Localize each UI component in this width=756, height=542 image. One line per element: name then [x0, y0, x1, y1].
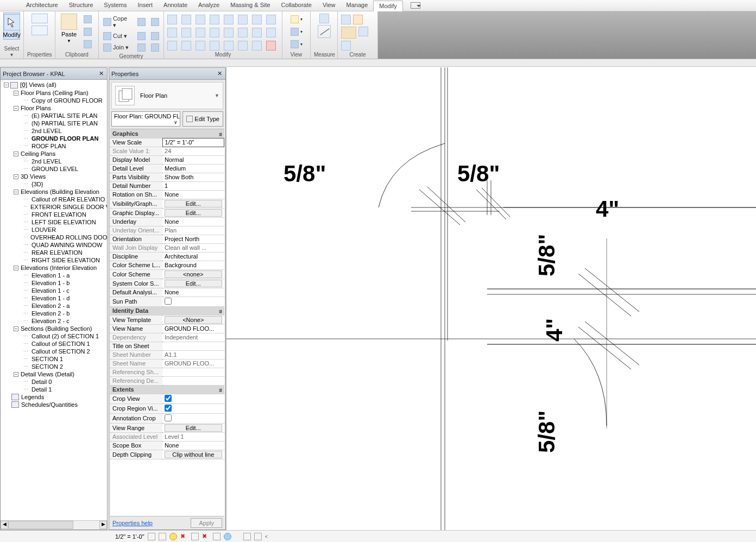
tree-node[interactable]: ⋯Detail 1	[1, 386, 107, 393]
edit-button[interactable]: Edit...	[165, 200, 222, 207]
apply-button[interactable]: Apply	[191, 518, 222, 528]
modify-icon[interactable]	[252, 41, 262, 51]
modify-icon[interactable]	[181, 41, 191, 51]
modify-icon[interactable]	[167, 41, 177, 51]
checkbox[interactable]	[165, 405, 172, 412]
menu-tab-view[interactable]: View	[317, 0, 341, 11]
edit-button[interactable]: Clip without line	[165, 451, 222, 458]
properties-help-link[interactable]: Properties help	[112, 520, 153, 526]
prop-value[interactable]	[162, 404, 224, 413]
prop-value[interactable]	[162, 297, 224, 306]
tree-node[interactable]: Legends	[1, 393, 107, 401]
tree-node[interactable]: ⋯Elevation 2 - c	[1, 317, 107, 325]
group-select[interactable]: Select ▾	[3, 45, 20, 59]
create-icon[interactable]	[353, 15, 363, 24]
tree-node[interactable]: ⋯Detail 0	[1, 378, 107, 386]
prop-value[interactable]: Clip without line	[162, 450, 224, 459]
match-icon[interactable]	[83, 40, 93, 49]
tree-node[interactable]: ⋯REAR ELEVATION	[1, 249, 107, 256]
view-icon-1[interactable]: ▾	[289, 15, 304, 24]
status-icon[interactable]: ✖	[202, 533, 210, 540]
tree-node[interactable]: ⋯Callout of SECTION 2	[1, 348, 107, 355]
modify-icon[interactable]	[238, 28, 248, 37]
prop-value[interactable]: Edit...	[162, 279, 224, 288]
prop-value[interactable]: Plan	[162, 226, 224, 235]
category-header[interactable]: Extentsⲷ	[110, 385, 224, 394]
prop-value[interactable]: Edit...	[162, 208, 224, 217]
copy-icon[interactable]	[83, 27, 93, 36]
tree-node[interactable]: ⋯(E) PARTIAL SITE PLAN	[1, 112, 107, 119]
modify-icon[interactable]	[210, 28, 219, 37]
tree-node[interactable]: Schedules/Quantities	[1, 401, 107, 408]
modify-icon[interactable]	[224, 28, 234, 37]
tree-node[interactable]: ⋯Callout (2) of SECTION 1	[1, 332, 107, 340]
tree-node[interactable]: ⋯Elevation 1 - c	[1, 287, 107, 294]
close-icon[interactable]: ✕	[97, 70, 105, 77]
prop-value[interactable]	[162, 342, 224, 350]
prop-value[interactable]: GROUND FLOO...	[162, 359, 224, 368]
status-icon[interactable]	[191, 533, 199, 540]
modify-icon[interactable]	[238, 41, 248, 51]
modify-icon[interactable]	[238, 15, 248, 24]
prop-value[interactable]	[162, 138, 224, 147]
prop-value[interactable]: Level 1	[162, 432, 224, 441]
modify-icon[interactable]	[181, 28, 191, 37]
prop-value[interactable]: Project North	[162, 235, 224, 243]
view-icon-2[interactable]: ▾	[289, 27, 304, 36]
geom-icon-6[interactable]	[150, 43, 160, 52]
menu-tab-collaborate[interactable]: Collaborate	[276, 0, 317, 11]
prop-value[interactable]	[162, 376, 224, 385]
expand-icon[interactable]: −	[4, 83, 9, 87]
tree-node[interactable]: ⋯(N) PARTIAL SITE PLAN	[1, 119, 107, 127]
modify-icon[interactable]	[210, 15, 219, 24]
geom-icon-1[interactable]	[136, 15, 147, 29]
create-icon[interactable]	[341, 15, 351, 24]
cope-button[interactable]: Cope ▾	[102, 15, 133, 29]
checkbox[interactable]	[165, 298, 172, 305]
prop-value[interactable]: Edit...	[162, 423, 224, 432]
tree-node[interactable]: ⋯QUAD AWNING WINDOW	[1, 241, 107, 249]
expand-icon[interactable]: −	[14, 91, 18, 96]
edit-button[interactable]: <none>	[165, 270, 222, 278]
menu-tab-systems[interactable]: Systems	[98, 0, 132, 11]
create-icon[interactable]	[341, 27, 356, 39]
properties-button[interactable]	[27, 12, 52, 36]
tree-node[interactable]: ⋯RIGHT SIDE ELEVATION	[1, 256, 107, 264]
menu-tab-analyze[interactable]: Analyze	[193, 0, 225, 11]
view-icon-3[interactable]: ▾	[289, 40, 304, 49]
create-icon[interactable]	[341, 41, 351, 51]
tree-node[interactable]: ⋯2nd LEVEL	[1, 157, 107, 165]
modify-icon[interactable]	[266, 15, 276, 24]
menu-tab-annotate[interactable]: Annotate	[158, 0, 193, 11]
prop-value[interactable]: 1	[162, 181, 224, 190]
tree-node[interactable]: ⋯{3D}	[1, 180, 107, 188]
expand-icon[interactable]: −	[14, 174, 18, 179]
prop-value[interactable]: <none>	[162, 269, 224, 279]
modify-icon[interactable]	[252, 15, 262, 24]
drawing-canvas[interactable]: 5/8" 5/8" 4" 5/8" 4" 5/8"	[226, 67, 756, 530]
tree-node[interactable]: −Detail Views (Detail)	[1, 370, 107, 378]
paste-button[interactable]: Paste ▼	[59, 12, 79, 49]
prop-value[interactable]: None	[162, 441, 224, 450]
expand-icon[interactable]: −	[14, 190, 18, 194]
expand-icon[interactable]: −	[14, 326, 18, 331]
expand-icon[interactable]: −	[14, 152, 18, 156]
modify-icon[interactable]	[266, 41, 276, 51]
modify-tool[interactable]: Modify	[3, 12, 20, 40]
tree-node[interactable]: ⋯Elevation 1 - d	[1, 294, 107, 302]
tree-node[interactable]: ⋯LEFT SIDE ELEVATION	[1, 218, 107, 226]
tree-node[interactable]: ⋯2nd LEVEL	[1, 127, 107, 135]
prop-value[interactable]: None	[162, 217, 224, 226]
prop-value[interactable]: Normal	[162, 155, 224, 164]
tree-node[interactable]: −Elevations (Interior Elevation	[1, 264, 107, 272]
prop-value[interactable]	[162, 413, 224, 423]
tree-node[interactable]: ⋯GROUND FLOOR PLAN	[1, 135, 107, 142]
status-icon[interactable]	[169, 533, 177, 540]
prop-value[interactable]: Edit...	[162, 199, 224, 208]
tree-node[interactable]: ⋯LOUVER	[1, 226, 107, 234]
join-button[interactable]: Join ▾	[102, 43, 133, 52]
tree-node[interactable]: ⋯Callout of SECTION 1	[1, 340, 107, 348]
prop-input[interactable]	[165, 139, 222, 146]
menu-tab-massingsite[interactable]: Massing & Site	[225, 0, 275, 11]
prop-value[interactable]: Clean all wall ...	[162, 243, 224, 252]
